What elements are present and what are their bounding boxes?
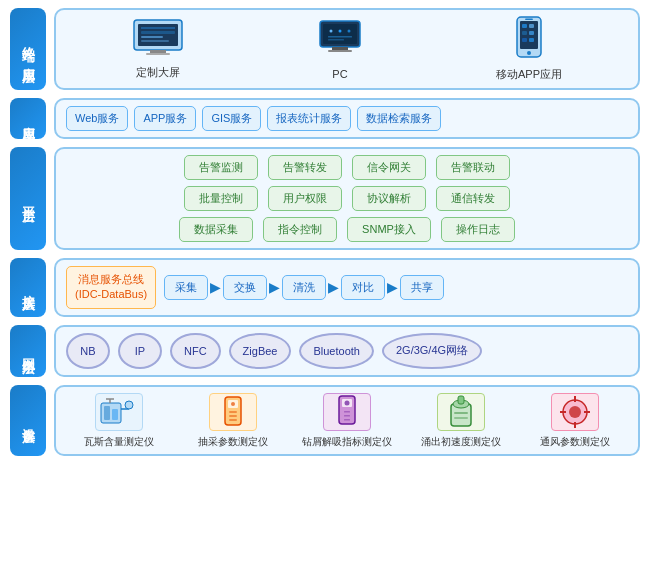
svg-rect-50 [454, 417, 468, 419]
access-label: 接入层 [10, 258, 46, 317]
equip-surge: 涌出初速度测定仪 [408, 393, 514, 448]
terminal-layer: 终端 应用层 定制大屏 [10, 8, 640, 90]
service-gis: GIS服务 [202, 106, 261, 131]
equip-wind-icon [551, 393, 599, 431]
svg-rect-21 [522, 24, 527, 28]
service-report: 报表统计服务 [267, 106, 351, 131]
equip-pump-label: 抽采参数测定仪 [198, 435, 268, 448]
platform-cmd-control: 指令控制 [263, 217, 337, 242]
platform-data-collect: 数据采集 [179, 217, 253, 242]
mobile-icon [515, 16, 543, 63]
svg-rect-10 [332, 47, 348, 50]
platform-op-log: 操作日志 [441, 217, 515, 242]
platform-snmp: SNMP接入 [347, 217, 431, 242]
service-web: Web服务 [66, 106, 128, 131]
svg-rect-23 [522, 31, 527, 35]
svg-rect-16 [328, 39, 344, 41]
platform-batch-control: 批量控制 [184, 186, 258, 211]
network-layer: 网络层 NB IP NFC ZigBee Bluetooth 2G/3G/4G网… [10, 325, 640, 377]
custom-screen-icon [132, 18, 184, 61]
equip-drill-icon [323, 393, 371, 431]
svg-rect-24 [529, 31, 534, 35]
svg-rect-49 [454, 412, 468, 414]
access-steps: 采集 ▶ 交换 ▶ 清洗 ▶ 对比 ▶ 共享 [164, 275, 628, 300]
equip-wind-label: 通风参数测定仪 [540, 435, 610, 448]
step-compare: 对比 [341, 275, 385, 300]
svg-rect-26 [529, 38, 534, 42]
architecture-diagram: 终端 应用层 定制大屏 [0, 0, 650, 472]
platform-comm-forward: 通信转发 [436, 186, 510, 211]
svg-rect-25 [522, 38, 527, 42]
svg-rect-6 [141, 36, 163, 38]
equip-gas-label: 瓦斯含量测定仪 [84, 435, 154, 448]
arrow-3: ▶ [326, 279, 341, 295]
bus-label: 消息服务总线(IDC-DataBus) [66, 266, 156, 309]
platform-signal-gateway: 信令网关 [352, 155, 426, 180]
step-share: 共享 [400, 275, 444, 300]
platform-row-2: 批量控制 用户权限 协议解析 通信转发 [184, 186, 510, 211]
device-pc: PC [316, 19, 364, 80]
svg-rect-3 [146, 53, 170, 55]
equip-wind: 通风参数测定仪 [522, 393, 628, 448]
svg-rect-37 [229, 415, 237, 417]
equip-surge-label: 涌出初速度测定仪 [421, 435, 501, 448]
arrow-2: ▶ [267, 279, 282, 295]
protocol-nb: NB [66, 333, 110, 369]
svg-rect-2 [150, 50, 166, 53]
svg-rect-1 [138, 24, 178, 46]
svg-rect-22 [529, 24, 534, 28]
equip-surge-icon [437, 393, 485, 431]
device-content: 瓦斯含量测定仪 抽采参数测定仪 [54, 385, 640, 456]
custom-screen-label: 定制大屏 [136, 65, 180, 80]
app-content: Web服务 APP服务 GIS服务 报表统计服务 数据检索服务 [54, 98, 640, 139]
equip-pump: 抽采参数测定仪 [180, 393, 286, 448]
svg-point-52 [569, 406, 581, 418]
platform-user-perm: 用户权限 [268, 186, 342, 211]
platform-alarm-forward: 告警转发 [268, 155, 342, 180]
svg-rect-44 [344, 415, 350, 417]
svg-rect-28 [104, 406, 110, 420]
equip-drill-label: 钻屑解吸指标测定仪 [302, 435, 392, 448]
svg-rect-45 [344, 419, 350, 421]
svg-rect-9 [323, 24, 357, 44]
network-label: 网络层 [10, 325, 46, 377]
step-collect: 采集 [164, 275, 208, 300]
svg-point-13 [338, 29, 341, 32]
svg-point-39 [231, 402, 235, 406]
device-mobile: 移动APP应用 [496, 16, 562, 82]
platform-content: 告警监测 告警转发 信令网关 告警联动 批量控制 用户权限 协议解析 通信转发 … [54, 147, 640, 250]
svg-rect-7 [141, 40, 169, 42]
access-layer: 接入层 消息服务总线(IDC-DataBus) 采集 ▶ 交换 ▶ 清洗 ▶ 对… [10, 258, 640, 317]
svg-point-31 [125, 401, 133, 409]
svg-rect-15 [328, 36, 352, 38]
svg-rect-38 [229, 419, 237, 421]
device-label: 设备层 [10, 385, 46, 456]
svg-point-42 [345, 400, 350, 405]
platform-protocol-parse: 协议解析 [352, 186, 426, 211]
svg-rect-20 [525, 19, 533, 21]
service-app: APP服务 [134, 106, 196, 131]
device-custom-screen: 定制大屏 [132, 18, 184, 80]
arrow-1: ▶ [208, 279, 223, 295]
step-exchange: 交换 [223, 275, 267, 300]
equip-gas-icon [95, 393, 143, 431]
mobile-label: 移动APP应用 [496, 67, 562, 82]
app-label: 应用层 [10, 98, 46, 139]
platform-layer: 平台层 告警监测 告警转发 信令网关 告警联动 批量控制 用户权限 协议解析 通… [10, 147, 640, 250]
svg-rect-43 [344, 411, 350, 413]
svg-point-14 [347, 29, 350, 32]
equip-pump-icon [209, 393, 257, 431]
equip-gas: 瓦斯含量测定仪 [66, 393, 172, 448]
protocol-zigbee: ZigBee [229, 333, 292, 369]
arrow-4: ▶ [385, 279, 400, 295]
device-layer: 设备层 瓦斯含量测定仪 [10, 385, 640, 456]
network-content: NB IP NFC ZigBee Bluetooth 2G/3G/4G网络 [54, 325, 640, 377]
svg-rect-36 [229, 411, 237, 413]
equip-drill: 钻屑解吸指标测定仪 [294, 393, 400, 448]
svg-rect-29 [112, 409, 118, 420]
protocol-2g3g4g: 2G/3G/4G网络 [382, 333, 482, 369]
svg-rect-48 [458, 396, 464, 404]
platform-row-3: 数据采集 指令控制 SNMP接入 操作日志 [179, 217, 515, 242]
svg-rect-11 [328, 50, 352, 52]
protocol-ip: IP [118, 333, 162, 369]
